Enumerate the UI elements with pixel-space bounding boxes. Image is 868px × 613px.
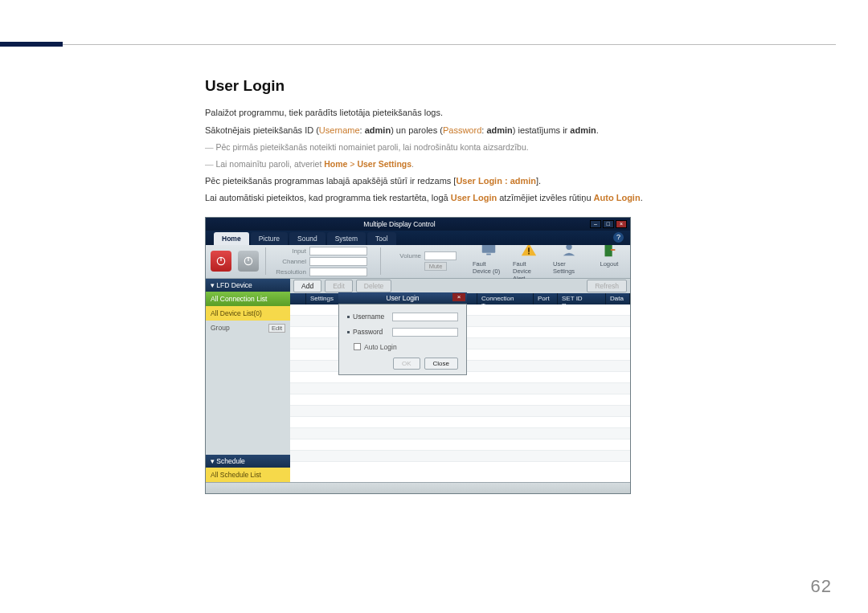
close-button[interactable]: × [616,220,627,228]
username-input[interactable] [392,313,458,321]
channel-label: Channel [272,258,306,265]
sidebar-all-device[interactable]: All Device List(0) [206,306,290,321]
status-bar [206,482,630,494]
help-icon[interactable]: ? [613,232,624,243]
sidebar-all-schedule[interactable]: All Schedule List [206,468,290,482]
resolution-label: Resolution [272,268,306,276]
sidebar: ▾ LFD Device All Connection List All Dev… [206,279,290,482]
close-dialog-button[interactable]: Close [424,358,458,370]
grid-row [290,383,630,394]
dialog-close-button[interactable]: × [452,293,465,301]
tab-system[interactable]: System [327,232,366,245]
user-settings-button[interactable]: User Settings [553,241,585,282]
auto-login-label: Auto Login [364,343,397,351]
bullet-icon [347,316,350,318]
grid-col-data[interactable]: Data [606,293,630,304]
tab-picture[interactable]: Picture [251,232,288,245]
volume-field[interactable] [424,251,457,260]
header-accent-bar [0,42,63,47]
ok-button[interactable]: OK [393,358,420,370]
power-off-button[interactable] [238,251,259,272]
mute-button[interactable]: Mute [424,262,447,271]
grid-col-port[interactable]: Port [534,293,558,304]
note-change-pw: Pēc pirmās pieteikšanās noteikti nomaini… [205,141,824,154]
credentials-text: Sākotnējais pieteikšanās ID (Username: a… [205,124,824,138]
main-tabs: Home Picture Sound System Tool ? [206,231,630,245]
input-select[interactable] [309,247,367,255]
password-label: Password [353,328,389,336]
status-corner-text: Pēc pieteikšanās programmas labajā apakš… [205,174,824,189]
window-titlebar: Multiple Display Control – □ × [206,218,630,231]
page-number: 62 [811,576,832,597]
channel-select[interactable] [309,257,367,266]
grid-col-conn-type[interactable]: Connection Type [477,293,534,304]
fault-alert-button[interactable]: Fault Device Alert [513,241,545,282]
section-title: User Login [205,77,836,95]
dialog-titlebar: User Login × [338,292,467,304]
grid-row [290,406,630,417]
grid-col-check[interactable] [290,293,306,304]
volume-label: Volume [387,252,421,260]
auto-login-text: Lai automātiski pieteiktos, kad programm… [205,191,824,206]
svg-rect-5 [486,254,491,255]
svg-rect-6 [528,247,530,252]
add-button[interactable]: Add [293,280,321,292]
intro-text: Palaižot programmu, tiek parādīts lietot… [205,106,824,121]
note-path: Lai nomainītu paroli, atveriet Home > Us… [205,157,824,171]
grid-row [290,451,630,462]
grid-col-setid[interactable]: SET ID Ran... [558,293,606,304]
edit-button[interactable]: Edit [325,280,353,292]
power-on-button[interactable] [211,251,231,272]
top-divider [32,44,836,45]
user-login-dialog: User Login × Username Password Auto Logi… [338,292,467,375]
toolbar-divider [265,247,266,275]
username-label: Username [353,313,389,321]
grid-row [290,417,630,428]
input-label: Input [272,247,306,255]
window-title: Multiple Display Control [363,220,435,228]
group-edit-button[interactable]: Edit [268,324,285,333]
tab-tool[interactable]: Tool [367,232,396,245]
power-icon [215,255,227,267]
content-action-bar: Add Edit Delete Refresh [290,279,630,293]
toolbar-divider [380,247,381,275]
power-icon [243,255,254,267]
refresh-button[interactable]: Refresh [587,280,627,292]
toolbar: Input Channel Resolution Volume Mute Fau… [206,245,630,279]
fault-device-button[interactable]: Fault Device (0) [473,241,505,282]
grid-row [290,439,630,451]
password-input[interactable] [392,328,458,337]
sidebar-lfd-header[interactable]: ▾ LFD Device [206,279,290,292]
tab-home[interactable]: Home [214,232,249,245]
grid-row [290,394,630,406]
sidebar-schedule-header[interactable]: ▾ Schedule [206,455,290,468]
svg-rect-4 [482,244,496,253]
sidebar-group[interactable]: Group Edit [206,321,290,336]
grid-row [290,428,630,439]
auto-login-checkbox[interactable] [354,343,361,350]
svg-rect-7 [528,253,530,255]
logout-button[interactable]: Logout [593,241,625,282]
delete-button[interactable]: Delete [356,280,392,292]
tab-sound[interactable]: Sound [289,232,326,245]
bullet-icon [347,331,350,333]
maximize-button[interactable]: □ [603,220,614,228]
app-screenshot: Multiple Display Control – □ × Home Pict… [205,217,631,494]
sidebar-all-connection[interactable]: All Connection List [206,292,290,306]
minimize-button[interactable]: – [590,220,601,228]
resolution-select[interactable] [309,268,367,276]
